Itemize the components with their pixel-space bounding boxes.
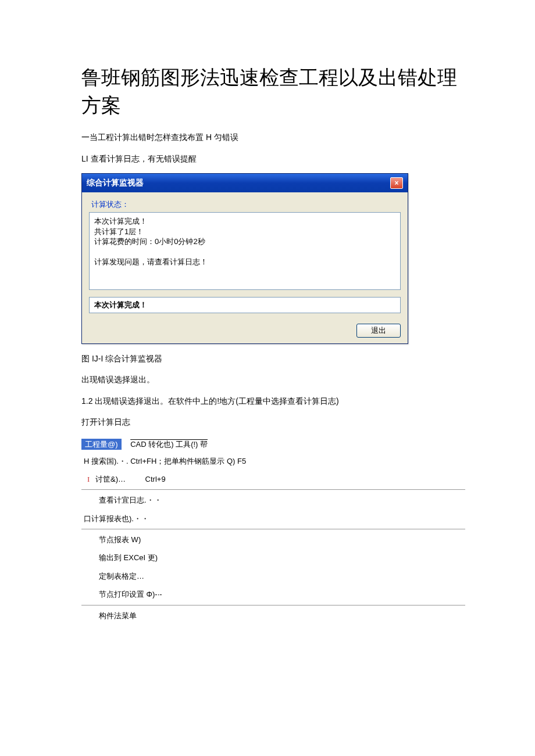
document-page: 鲁班钢筋图形法迅速检查工程以及出错处理方案 一当工程计算出错时怎样查找布置 H … (0, 0, 535, 660)
menu-row-component[interactable]: 构件法菜单 (81, 607, 465, 625)
menu-row-calc-shortcut: Ctrl+9 (145, 472, 166, 486)
document-title: 鲁班钢筋图形法迅速检查工程以及出错处理方案 (81, 64, 465, 119)
menu-row-calc[interactable]: I 讨筐&)… Ctrl+9 (81, 470, 465, 490)
exit-button[interactable]: 退出 (356, 324, 401, 338)
paragraph-3: 出现错误选择退出。 (81, 373, 465, 386)
menu-block: 工程量@) CAD 转化也) 工具(!) 帮 H 搜索国).・. Ctrl+FH… (81, 437, 465, 625)
status-line: 本次计算完成！ (89, 297, 401, 313)
menu-row-custom[interactable]: 定制表格定… (81, 567, 465, 585)
indicator-icon: I (87, 475, 90, 483)
log-textarea[interactable]: 本次计算完成！ 共计算了1层！ 计算花费的时间：0小时0分钟2秒 计算发现问题，… (89, 212, 401, 290)
paragraph-5: 打开计算日志 (81, 415, 465, 428)
dialog-title: 综合计算监视器 (87, 178, 144, 188)
paragraph-4: 1.2 出现错误选择退出。在软件中上的!地方(工程量中选择查看计算日志) (81, 395, 465, 407)
dialog-footer: 退出 (82, 319, 408, 343)
menu-row-print[interactable]: 节点打印设置 Φ)-·- (81, 585, 465, 605)
group-label: 计算状态： (91, 199, 401, 210)
menu-highlight[interactable]: 工程量@) (81, 439, 122, 450)
menu-row-report[interactable]: 口计算报表也).・・ (81, 510, 465, 529)
dialog-titlebar: 综合计算监视器 × (82, 174, 408, 192)
menu-row-search[interactable]: H 搜索国).・. Ctrl+FH；把单构件钢筋显示 Q) F5 (81, 452, 465, 470)
menu-row-viewlog[interactable]: 查看计宜日志.・・ (81, 491, 465, 509)
menu-row-calc-label: 讨筐&)… (95, 475, 126, 483)
figure-caption: 图 IJ-I 综合计算监视器 (81, 352, 465, 365)
dialog-monitor: 综合计算监视器 × 计算状态： 本次计算完成！ 共计算了1层！ 计算花费的时间：… (81, 173, 408, 344)
dialog-body: 计算状态： 本次计算完成！ 共计算了1层！ 计算花费的时间：0小时0分钟2秒 计… (82, 192, 408, 319)
menu-top-rest[interactable]: CAD 转化也) 工具(!) 帮 (130, 440, 208, 449)
close-icon[interactable]: × (390, 177, 403, 189)
menu-row-node[interactable]: 节点报表 W) (81, 531, 465, 549)
paragraph-2: LI 查看计算日志，有无错误提醒 (81, 152, 465, 165)
menu-top-row: 工程量@) CAD 转化也) 工具(!) 帮 (81, 437, 465, 452)
menu-row-excel[interactable]: 输出到 EXCeI 更) (81, 549, 465, 567)
paragraph-1: 一当工程计算出错时怎样查找布置 H 匀错误 (81, 131, 465, 144)
